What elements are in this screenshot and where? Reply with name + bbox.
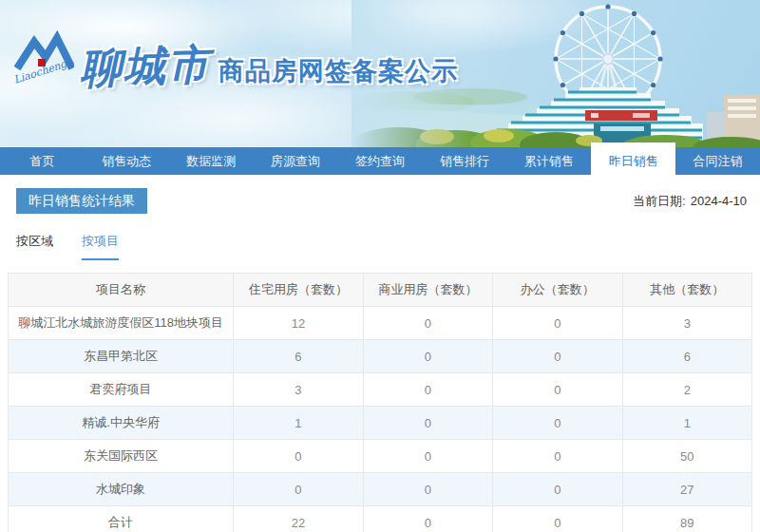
commercial-cell: 0 [363,407,492,440]
tab-by-project[interactable]: 按项目 [82,233,119,260]
column-header-residential: 住宅用房（套数） [234,274,363,307]
residential-cell: 6 [234,340,363,373]
residential-cell: 22 [234,506,363,532]
nav-item-contract-query[interactable]: 签约查询 [338,147,423,175]
residential-cell: 0 [234,473,363,506]
table-row: 东关国际西区 0 0 0 50 [9,440,752,473]
site-subtitle: 商品房网签备案公示 [218,59,458,85]
nav-item-sales-ranking[interactable]: 销售排行 [422,147,506,175]
sales-table: 项目名称 住宅用房（套数） 商业用房（套数） 办公（套数） 其他（套数） 聊城江… [8,273,752,532]
commercial-cell: 0 [363,340,492,373]
column-header-commercial: 商业用房（套数） [363,274,492,307]
project-name-cell: 君奕府项目 [9,373,234,407]
other-cell: 50 [622,440,751,473]
view-tabs: 按区域 按项目 [16,233,752,260]
table-row: 君奕府项目 3 0 0 2 [9,373,752,407]
column-header-office: 办公（套数） [493,274,622,307]
project-name-cell: 东昌甲第北区 [9,340,234,373]
site-name: 聊城市 [79,44,211,90]
nav-item-data-monitoring[interactable]: 数据监测 [169,147,254,175]
office-cell: 0 [493,340,622,373]
site-logo: Liaocheng 聊城市 商品房网签备案公示 [13,25,458,87]
residential-cell: 0 [234,440,363,473]
office-cell: 0 [493,407,622,440]
office-cell: 0 [493,373,622,407]
nav-item-sales-dynamics[interactable]: 销售动态 [85,147,169,175]
office-cell: 0 [493,307,622,340]
nav-item-home[interactable]: 首页 [0,147,85,175]
residential-cell: 12 [234,307,363,340]
project-name-cell: 东关国际西区 [9,440,234,473]
current-date: 当前日期:2024-4-10 [633,193,750,210]
main-content: 昨日销售统计结果 当前日期:2024-4-10 按区域 按项目 项目名称 住宅用… [0,188,760,532]
table-row: 聊城江北水城旅游度假区118地块项目 12 0 0 3 [9,307,752,340]
commercial-cell: 0 [363,473,492,506]
commercial-cell: 0 [363,440,492,473]
liaocheng-logo-icon: Liaocheng [13,25,74,87]
project-name-cell: 精诚.中央华府 [9,407,234,440]
table-row: 东昌甲第北区 6 0 0 6 [9,340,752,373]
current-date-value: 2024-4-10 [691,194,747,208]
table-total-row: 合计 22 0 0 89 [9,506,752,532]
project-name-cell: 聊城江北水城旅游度假区118地块项目 [9,307,234,340]
commercial-cell: 0 [363,307,492,340]
other-cell: 1 [622,407,751,440]
section-title-badge: 昨日销售统计结果 [16,188,147,214]
section-header: 昨日销售统计结果 当前日期:2024-4-10 [8,188,752,214]
other-cell: 3 [622,307,751,340]
column-header-other: 其他（套数） [622,274,751,307]
commercial-cell: 0 [363,506,492,532]
current-date-label: 当前日期: [633,194,686,208]
office-cell: 0 [493,506,622,532]
project-name-cell: 水城印象 [9,473,234,506]
other-cell: 89 [622,506,751,532]
nav-item-housing-query[interactable]: 房源查询 [254,147,338,175]
residential-cell: 1 [234,407,363,440]
table-row: 水城印象 0 0 0 27 [9,473,752,506]
table-header-row: 项目名称 住宅用房（套数） 商业用房（套数） 办公（套数） 其他（套数） [9,274,752,307]
other-cell: 27 [622,473,751,506]
office-cell: 0 [493,473,622,506]
nav-item-yesterday-sales[interactable]: 昨日销售 [591,142,675,175]
other-cell: 6 [622,340,751,373]
column-header-project-name: 项目名称 [9,274,234,307]
office-cell: 0 [493,440,622,473]
site-banner: Liaocheng 聊城市 商品房网签备案公示 [0,0,760,147]
table-row: 精诚.中央华府 1 0 0 1 [9,407,752,440]
tab-by-region[interactable]: 按区域 [16,233,53,260]
total-label-cell: 合计 [9,506,234,532]
residential-cell: 3 [234,373,363,407]
nav-item-cumulative-sales[interactable]: 累计销售 [506,147,591,175]
main-nav: 首页 销售动态 数据监测 房源查询 签约查询 销售排行 累计销售 昨日销售 合同… [0,147,760,175]
other-cell: 2 [622,373,751,407]
commercial-cell: 0 [363,373,492,407]
nav-item-contract-cancellation[interactable]: 合同注销 [675,147,760,175]
